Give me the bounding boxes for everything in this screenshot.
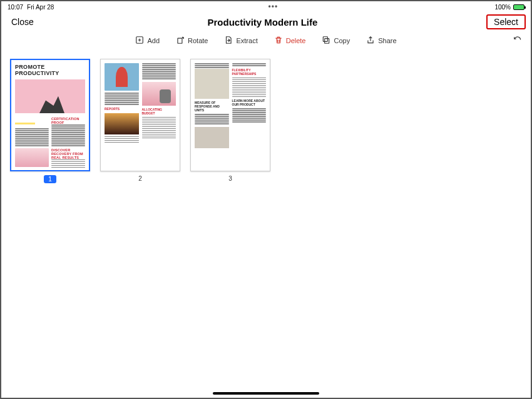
add-icon (135, 36, 144, 46)
page3-image-bottom (195, 127, 229, 148)
battery-pct: 100% (494, 4, 511, 11)
close-button[interactable]: Close (6, 14, 39, 29)
page-thumbnail-3[interactable]: MEASURE OF RESPONSE AND UNITS FLEXIBILIT… (190, 59, 270, 182)
page1-small-image (15, 148, 49, 167)
page-preview: PROMOTE PRODUCTIVITY CERTIFICATION PROOF… (10, 59, 90, 171)
status-date: Fri Apr 28 (27, 4, 54, 11)
battery-icon (513, 4, 524, 10)
page3-section-c: LEARN MORE ABOUT OUR PRODUCT (232, 99, 267, 106)
svg-rect-3 (324, 37, 328, 42)
page2-section-a: REPORTS (105, 107, 139, 111)
delete-label: Delete (286, 37, 306, 44)
page-number: 2 (138, 175, 142, 182)
page1-section-b: DISCOVER RECOVERY FROM REAL RESULTS (51, 148, 85, 159)
svg-rect-2 (325, 39, 329, 44)
page-toolbar: Add Rotate Extract Delete Copy Share (1, 31, 531, 50)
page-preview: REPORTS ALLOCATING BUDGET (100, 59, 180, 171)
extract-button[interactable]: Extract (224, 36, 257, 46)
page1-headline: PROMOTE PRODUCTIVITY (11, 60, 89, 78)
share-label: Share (378, 37, 396, 44)
share-icon (366, 36, 375, 46)
page3-section-b: MEASURE OF RESPONSE AND UNITS (195, 101, 229, 112)
page2-image-top (105, 63, 139, 91)
rotate-button[interactable]: Rotate (176, 36, 208, 46)
extract-label: Extract (236, 37, 257, 44)
page2-section-b: ALLOCATING BUDGET (142, 108, 176, 115)
extract-icon (224, 36, 233, 46)
undo-button[interactable] (513, 36, 522, 46)
highlight (15, 123, 35, 124)
rotate-label: Rotate (188, 37, 208, 44)
thumbnail-grid: PROMOTE PRODUCTIVITY CERTIFICATION PROOF… (1, 50, 531, 183)
page-thumbnail-2[interactable]: REPORTS ALLOCATING BUDGET 2 (100, 59, 180, 182)
page-number: 3 (228, 175, 232, 182)
page-number: 1 (44, 175, 56, 183)
nav-header: Close Productivity Modern Life Select (1, 13, 531, 31)
page1-hero-image (15, 79, 85, 113)
trash-icon (274, 36, 283, 46)
multitask-dots[interactable]: ••• (54, 3, 492, 11)
add-label: Add (147, 37, 160, 44)
delete-button[interactable]: Delete (274, 36, 306, 46)
page3-image-top (195, 69, 229, 99)
page3-section-a: FLEXIBILITY PARTNERSHIPS (232, 68, 267, 76)
document-title: Productivity Modern Life (39, 17, 486, 28)
page-thumbnail-1[interactable]: PROMOTE PRODUCTIVITY CERTIFICATION PROOF… (10, 59, 90, 183)
home-indicator[interactable] (213, 392, 319, 395)
page2-image-bottom (105, 113, 139, 134)
page1-section-a: CERTIFICATION PROOF (51, 117, 85, 124)
page-preview: MEASURE OF RESPONSE AND UNITS FLEXIBILIT… (190, 59, 270, 171)
copy-icon (322, 36, 330, 46)
status-time: 10:07 (8, 4, 23, 11)
add-button[interactable]: Add (135, 36, 160, 46)
select-button[interactable]: Select (486, 14, 526, 29)
copy-label: Copy (334, 37, 350, 44)
copy-button[interactable]: Copy (322, 36, 350, 46)
rotate-icon (176, 36, 185, 46)
page2-image-mid (142, 82, 176, 106)
status-bar: 10:07 Fri Apr 28 ••• 100% (1, 1, 531, 13)
undo-icon (513, 38, 522, 46)
svg-rect-1 (178, 38, 182, 43)
share-button[interactable]: Share (366, 36, 396, 46)
